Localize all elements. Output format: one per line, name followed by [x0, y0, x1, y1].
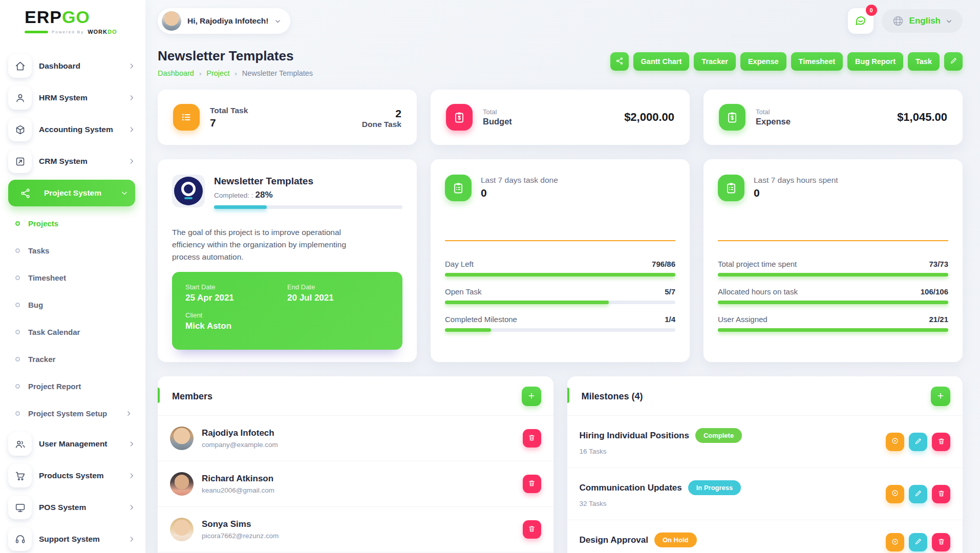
bug-report-button[interactable]: Bug Report — [847, 52, 903, 71]
sidebar-item-label: Support System — [39, 535, 121, 544]
chevron-right-icon — [128, 536, 135, 543]
messages-button[interactable]: 0 — [848, 8, 874, 34]
chevron-right-icon — [128, 126, 135, 133]
view-milestone-button[interactable] — [886, 533, 904, 551]
end-date-label: End Date — [287, 283, 389, 291]
sidebar-subitem-project-system-setup[interactable]: Project System Setup — [15, 400, 135, 427]
sidebar-item-project-system[interactable]: Project System — [8, 180, 135, 206]
bullet-icon — [15, 411, 20, 416]
progress-label: Total project time spent — [718, 260, 797, 268]
sidebar-subitem-projects[interactable]: Projects — [15, 210, 135, 237]
breadcrumb-dashboard[interactable]: Dashboard — [158, 69, 194, 77]
pencil-icon — [914, 490, 922, 499]
sidebar-subitem-tracker[interactable]: Tracker — [15, 346, 135, 373]
sidebar-item-accounting[interactable]: Accounting System — [8, 114, 135, 145]
budget-label-top: Total — [483, 108, 512, 116]
task-list-icon — [173, 104, 200, 131]
cart-icon — [8, 464, 32, 487]
progress-row-time-spent: Total project time spent 73/73 — [718, 260, 948, 276]
sidebar-item-products-system[interactable]: Products System — [8, 460, 135, 492]
hours-week-sparkline — [718, 240, 948, 241]
chat-icon — [854, 14, 867, 29]
timesheet-button[interactable]: Timesheet — [791, 52, 843, 71]
view-milestone-button[interactable] — [886, 433, 904, 451]
add-milestone-button[interactable] — [931, 387, 950, 406]
task-button[interactable]: Task — [908, 52, 940, 71]
sidebar-item-dashboard[interactable]: Dashboard — [8, 50, 135, 82]
sidebar-item-support-system[interactable]: Support System — [8, 523, 135, 553]
user-icon — [8, 86, 32, 110]
delete-milestone-button[interactable] — [932, 433, 950, 451]
project-logo-mark — [174, 177, 203, 205]
status-badge: Complete — [695, 428, 742, 443]
accent-bar — [158, 388, 160, 403]
chevron-right-icon — [125, 410, 132, 417]
bullet-icon — [15, 330, 20, 334]
view-milestone-button[interactable] — [886, 485, 904, 503]
eye-icon — [891, 489, 899, 499]
sidebar-item-user-management[interactable]: User Management — [8, 428, 135, 460]
sidebar-subitem-project-report[interactable]: Project Report — [15, 373, 135, 400]
tracker-button[interactable]: Tracker — [694, 52, 736, 71]
delete-milestone-button[interactable] — [932, 485, 950, 503]
user-menu[interactable]: Hi, Rajodiya Infotech! — [158, 8, 290, 34]
member-row: Sonya Sims picora7662@rezunz.com — [158, 507, 553, 552]
progress-label: Allocated hours on task — [718, 287, 798, 296]
tasks-week-title: Last 7 days task done — [481, 176, 558, 185]
gantt-chart-button[interactable]: Gantt Chart — [633, 52, 690, 71]
start-date-value: 25 Apr 2021 — [185, 293, 287, 303]
sidebar-subitem-task-calendar[interactable]: Task Calendar — [15, 318, 135, 346]
progress-label: Completed Milestone — [445, 315, 517, 324]
language-selector[interactable]: English — [882, 9, 963, 33]
sidebar-subitem-bug[interactable]: Bug — [15, 291, 135, 318]
sidebar-subitem-label: Project Report — [28, 382, 81, 391]
sidebar-item-crm[interactable]: CRM System — [8, 145, 135, 177]
edit-button[interactable] — [944, 52, 963, 71]
delete-member-button[interactable] — [523, 520, 541, 539]
project-progress-fill — [214, 205, 267, 209]
sidebar-item-pos-system[interactable]: POS System — [8, 492, 135, 523]
sidebar-item-hrm[interactable]: HRM System — [8, 82, 135, 114]
project-title: Newsletter Templates — [214, 176, 402, 187]
edit-milestone-button[interactable] — [909, 433, 927, 451]
progress-fill — [445, 273, 675, 276]
breadcrumb-project[interactable]: Project — [206, 69, 229, 77]
expense-value: $1,045.00 — [897, 111, 947, 124]
accent-bar — [567, 388, 569, 403]
bullet-icon — [15, 384, 20, 389]
sidebar-subitem-label: Tracker — [28, 355, 55, 364]
project-logo — [172, 175, 205, 207]
delete-member-button[interactable] — [523, 429, 541, 448]
end-date-value: 20 Jul 2021 — [287, 293, 389, 303]
delete-milestone-button[interactable] — [932, 533, 950, 551]
brand-logo[interactable]: ERPGO Powered By WORKDO — [0, 8, 145, 35]
add-member-button[interactable] — [522, 387, 541, 406]
progress-value: 106/106 — [921, 287, 948, 296]
language-value: English — [909, 16, 941, 26]
app-root: ERPGO Powered By WORKDO Dashboard HRM Sy… — [0, 0, 980, 553]
client-label: Client — [185, 311, 389, 319]
expense-clipboard-icon — [719, 104, 745, 131]
progress-row-open-task: Open Task 5/7 — [445, 287, 675, 304]
members-card: Members Rajodiya Infotech company@exampl… — [158, 376, 553, 553]
eye-icon — [891, 437, 899, 446]
delete-member-button[interactable] — [523, 475, 541, 493]
sidebar-subitem-tasks[interactable]: Tasks — [15, 237, 135, 264]
logo-text-go: GO — [62, 7, 90, 27]
edit-milestone-button[interactable] — [909, 485, 927, 503]
powered-brand-green: DO — [108, 29, 117, 35]
project-dates-panel: Start Date 25 Apr 2021 End Date 20 Jul 2… — [172, 272, 402, 350]
member-row: Richard Atkinson keanu2006@gmail.com — [158, 461, 553, 507]
hours-week-card: Last 7 days hours spent 0 Total project … — [704, 159, 963, 362]
trash-icon — [938, 538, 945, 547]
tasks-week-card: Last 7 days task done 0 Day Left 796/86 — [431, 159, 690, 362]
chevron-right-icon — [128, 504, 135, 511]
tasks-week-sparkline — [445, 240, 675, 241]
breadcrumb-separator: › — [235, 70, 237, 77]
progress-fill — [445, 301, 609, 304]
expense-button[interactable]: Expense — [740, 52, 786, 71]
share-button[interactable] — [610, 52, 629, 71]
member-avatar — [170, 472, 194, 496]
edit-milestone-button[interactable] — [909, 533, 927, 551]
sidebar-subitem-timesheet[interactable]: Timesheet — [15, 264, 135, 291]
